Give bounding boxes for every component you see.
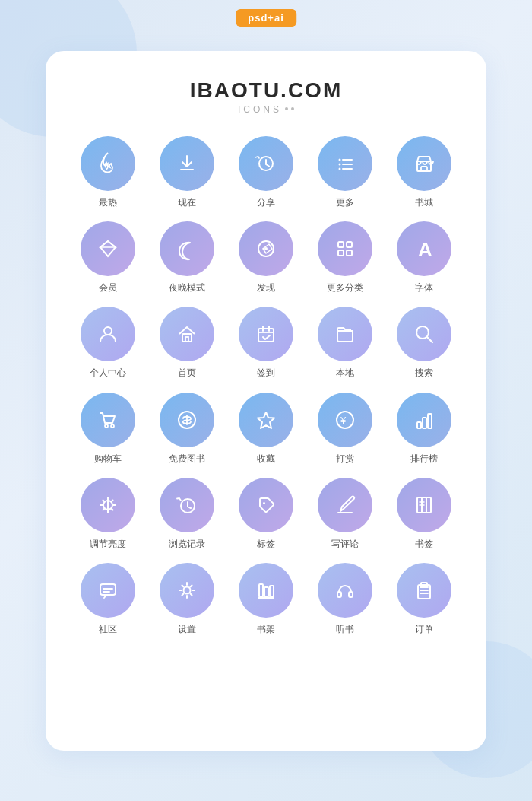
svg-rect-55 xyxy=(349,592,353,597)
dot1 xyxy=(285,107,288,110)
icon-item-history[interactable]: 浏览记录 xyxy=(147,478,226,549)
shelf-icon[interactable] xyxy=(239,563,293,618)
font-icon[interactable]: A xyxy=(397,221,451,276)
more-label: 更多 xyxy=(336,197,354,208)
favorite-icon[interactable] xyxy=(239,393,293,447)
brightness-icon[interactable] xyxy=(81,478,135,532)
icon-item-brightness[interactable]: 调节亮度 xyxy=(68,478,147,549)
hottest-icon[interactable] xyxy=(81,136,135,191)
comment-icon[interactable] xyxy=(318,478,372,532)
community-label: 社区 xyxy=(99,624,117,634)
icon-item-search[interactable]: 搜索 xyxy=(385,307,464,378)
icon-item-bookstore[interactable]: 书城 xyxy=(385,136,464,208)
icon-item-morecategory[interactable]: 更多分类 xyxy=(306,221,385,293)
nightmode-label: 夜晚模式 xyxy=(169,282,205,293)
reward-icon[interactable]: ¥ xyxy=(318,393,372,447)
icon-item-tag[interactable]: 标签 xyxy=(226,478,306,549)
svg-rect-51 xyxy=(264,587,268,597)
icon-item-more[interactable]: 更多 xyxy=(306,136,385,208)
icons-grid: 最热 现在 分享 更多 书城 会员 夜晚模式 发现 xyxy=(68,136,464,635)
svg-point-5 xyxy=(339,167,341,170)
svg-point-49 xyxy=(184,587,191,594)
order-icon[interactable] xyxy=(397,563,451,618)
home-icon[interactable] xyxy=(160,307,214,361)
icon-item-bookmark[interactable]: 书签 xyxy=(385,478,464,549)
icon-item-local[interactable]: 本地 xyxy=(306,307,385,378)
icon-item-order[interactable]: 订单 xyxy=(385,563,464,634)
icon-item-settings[interactable]: 设置 xyxy=(147,563,226,634)
tag-icon[interactable] xyxy=(239,478,293,532)
svg-marker-32 xyxy=(258,412,274,428)
reward-label: 打赏 xyxy=(336,453,354,464)
community-icon[interactable] xyxy=(81,563,135,618)
home-label: 首页 xyxy=(178,367,196,378)
morecategory-icon[interactable] xyxy=(318,221,372,276)
svg-point-13 xyxy=(264,247,268,250)
svg-text:¥: ¥ xyxy=(340,415,347,426)
sub-title-row: ICONS xyxy=(68,103,464,115)
more-icon[interactable] xyxy=(318,136,372,191)
icon-item-discover[interactable]: 发现 xyxy=(226,221,306,293)
freebook-icon[interactable] xyxy=(160,393,214,447)
icon-item-freebook[interactable]: 免费图书 xyxy=(147,393,226,464)
icon-item-font[interactable]: A 字体 xyxy=(385,221,464,293)
history-icon[interactable] xyxy=(160,478,214,532)
icon-item-cart[interactable]: 购物车 xyxy=(68,393,147,464)
now-label: 现在 xyxy=(178,197,196,208)
hottest-label: 最热 xyxy=(99,197,117,208)
settings-icon[interactable] xyxy=(160,563,214,618)
icon-item-checkin[interactable]: 签到 xyxy=(226,307,306,378)
now-icon[interactable] xyxy=(160,136,214,191)
profile-label: 个人中心 xyxy=(90,367,126,378)
icon-item-comment[interactable]: 写评论 xyxy=(306,478,385,549)
svg-rect-35 xyxy=(417,422,421,428)
ranking-icon[interactable] xyxy=(397,393,451,447)
history-label: 浏览记录 xyxy=(169,539,205,549)
cart-icon[interactable] xyxy=(81,393,135,447)
icon-item-nightmode[interactable]: 夜晚模式 xyxy=(147,221,226,293)
icon-item-ranking[interactable]: 排行榜 xyxy=(385,393,464,464)
main-card: IBAOTU.COM ICONS 最热 现在 分享 更多 书城 xyxy=(46,51,486,751)
search-label: 搜索 xyxy=(415,367,433,378)
icon-item-community[interactable]: 社区 xyxy=(68,563,147,634)
svg-rect-46 xyxy=(100,584,116,595)
checkin-icon[interactable] xyxy=(239,307,293,361)
discover-icon[interactable] xyxy=(239,221,293,276)
icon-item-share[interactable]: 分享 xyxy=(226,136,306,208)
settings-label: 设置 xyxy=(178,624,196,634)
sub-title: ICONS xyxy=(238,104,282,115)
discover-label: 发现 xyxy=(257,282,275,293)
svg-rect-8 xyxy=(421,167,427,171)
svg-point-3 xyxy=(339,163,341,165)
site-name: IBAOTU.COM xyxy=(68,78,464,103)
local-icon[interactable] xyxy=(318,307,372,361)
icon-item-now[interactable]: 现在 xyxy=(147,136,226,208)
icon-item-audiobook[interactable]: 听书 xyxy=(306,563,385,634)
audiobook-icon[interactable] xyxy=(318,563,372,618)
search-icon[interactable] xyxy=(397,307,451,361)
comment-label: 写评论 xyxy=(331,539,359,549)
icon-item-favorite[interactable]: 收藏 xyxy=(226,393,306,464)
audiobook-label: 听书 xyxy=(336,624,354,634)
icon-item-profile[interactable]: 个人中心 xyxy=(68,307,147,378)
checkin-label: 签到 xyxy=(257,367,275,378)
font-label: 字体 xyxy=(415,282,433,293)
bookstore-icon[interactable] xyxy=(397,136,451,191)
tag-label: 标签 xyxy=(257,539,275,549)
nightmode-icon[interactable] xyxy=(160,221,214,276)
icon-item-member[interactable]: 会员 xyxy=(68,221,147,293)
svg-rect-21 xyxy=(185,337,188,342)
member-icon[interactable] xyxy=(81,221,135,276)
brightness-label: 调节亮度 xyxy=(90,539,126,549)
svg-point-40 xyxy=(263,502,265,504)
share-icon[interactable] xyxy=(239,136,293,191)
icon-item-shelf[interactable]: 书架 xyxy=(226,563,306,634)
icon-item-home[interactable]: 首页 xyxy=(147,307,226,378)
cart-label: 购物车 xyxy=(94,453,122,464)
bookstore-label: 书城 xyxy=(415,197,433,208)
icon-item-reward[interactable]: ¥ 打赏 xyxy=(306,393,385,464)
icon-item-hottest[interactable]: 最热 xyxy=(68,136,147,208)
svg-point-29 xyxy=(111,424,114,428)
bookmark-icon[interactable] xyxy=(397,478,451,532)
profile-icon[interactable] xyxy=(81,307,135,361)
